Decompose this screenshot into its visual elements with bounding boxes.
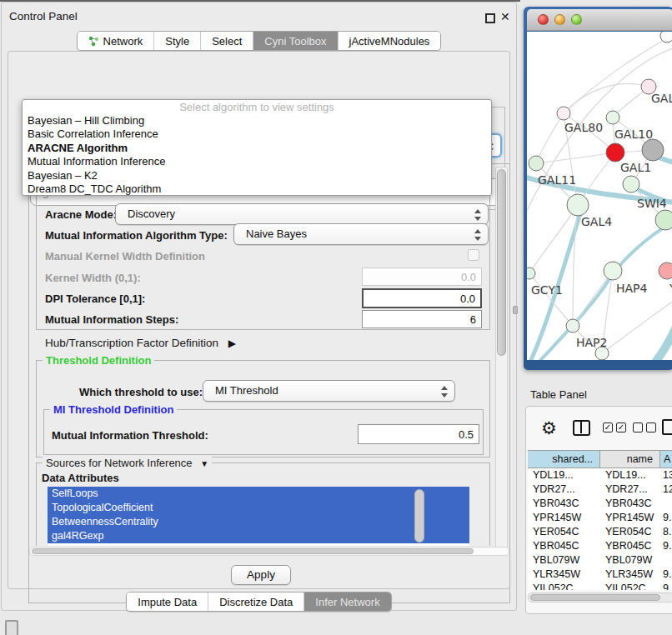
apply-button[interactable]: Apply	[231, 565, 291, 585]
table-cell[interactable]: 9.	[660, 511, 672, 525]
mi-algorithm-type-combobox[interactable]: Naive Bayes	[233, 223, 489, 245]
table-cell[interactable]: 9.	[660, 568, 672, 582]
table-cell[interactable]: YLR345W	[600, 568, 660, 582]
table-cell[interactable]: YBR043C	[528, 497, 600, 511]
table-hscroll-thumb[interactable]	[530, 594, 660, 601]
network-node[interactable]	[566, 319, 579, 332]
settings-vscroll-thumb[interactable]	[497, 169, 506, 356]
tab-network[interactable]: Network	[78, 32, 155, 50]
dropdown-item[interactable]: Bayesian – K2	[23, 169, 491, 182]
network-node[interactable]	[604, 262, 622, 280]
settings-vscroll-track[interactable]	[495, 167, 508, 552]
network-canvas[interactable]: GALGAL80GAL10GAL1GAL11GAL4SWI4GCY1HAP4YH…	[527, 32, 672, 360]
table-cell[interactable]: YLR345W	[528, 568, 600, 582]
kernel-width-field[interactable]	[362, 268, 482, 286]
table-row[interactable]: YPR145WYPR145W9.	[528, 511, 672, 525]
dropdown-item[interactable]: Dream8 DC_TDC Algorithm	[23, 182, 491, 196]
table-column-header[interactable]: shared...	[528, 451, 600, 468]
dropdown-item[interactable]: Mutual Information Inference	[23, 155, 491, 168]
manual-kernel-width-checkbox[interactable]	[468, 249, 479, 261]
network-window-titlebar[interactable]	[527, 9, 672, 31]
attribute-list-item[interactable]: TopologicalCoefficient	[48, 501, 469, 515]
network-edge-strong[interactable]	[642, 325, 672, 360]
table-cell[interactable]: YIL052C	[528, 582, 600, 590]
table-row[interactable]: YER054CYER054C8.	[528, 525, 672, 539]
network-node[interactable]	[527, 268, 535, 279]
table-cell[interactable]: 9.	[660, 539, 672, 553]
table-cell[interactable]: YBR043C	[600, 497, 660, 511]
table-cell[interactable]: YBL079W	[600, 553, 660, 568]
mi-steps-field[interactable]	[362, 310, 482, 328]
table-cell[interactable]: 9	[660, 582, 672, 590]
network-edge[interactable]	[564, 83, 649, 113]
table-cell[interactable]: 13	[660, 468, 672, 482]
zoom-traffic-light-icon[interactable]	[571, 14, 582, 25]
table-row[interactable]: YDL19...YDL19...13	[528, 468, 672, 482]
network-edge[interactable]	[602, 298, 672, 353]
attribute-list-item[interactable]: BetweennessCentrality	[48, 515, 469, 529]
tab-style[interactable]: Style	[154, 32, 201, 50]
collapse-down-icon[interactable]: ▼	[200, 459, 208, 468]
table-hscroll-track[interactable]	[528, 592, 672, 602]
tab-impute-data[interactable]: Impute Data	[127, 592, 208, 611]
network-node[interactable]	[660, 32, 672, 42]
network-edge[interactable]	[536, 113, 564, 163]
table-cell[interactable]: 12	[660, 482, 672, 497]
select-all-columns-icon[interactable]: ✓ ✓	[603, 422, 626, 432]
tab-discretize-data[interactable]: Discretize Data	[208, 592, 304, 611]
settings-hscroll-track[interactable]	[29, 547, 509, 556]
attributes-scrollbar-thumb[interactable]	[414, 489, 424, 542]
dropdown-item[interactable]: Bayesian – Hill Climbing	[23, 114, 491, 128]
table-cell[interactable]: YBR045C	[528, 539, 600, 553]
network-node[interactable]	[529, 156, 544, 171]
table-column-header[interactable]: A	[660, 451, 672, 468]
table-cell[interactable]: YDR27...	[600, 482, 660, 497]
network-node[interactable]	[557, 107, 570, 120]
network-node[interactable]	[606, 143, 624, 162]
table-cell[interactable]: YER054C	[528, 525, 600, 539]
aracne-mode-combobox[interactable]: Discovery	[115, 203, 489, 225]
attribute-list-item[interactable]: gal4RGexp	[48, 529, 469, 543]
network-edge[interactable]	[573, 271, 613, 326]
float-window-icon[interactable]	[485, 13, 495, 23]
close-traffic-light-icon[interactable]	[538, 14, 549, 25]
table-column-header[interactable]: name	[600, 451, 660, 468]
table-cell[interactable]: YDL19...	[600, 468, 660, 482]
network-edge[interactable]	[536, 152, 615, 163]
table-row[interactable]: YLR345WYLR345W9.	[528, 568, 672, 582]
table-cell[interactable]: YPR145W	[528, 511, 600, 525]
table-row[interactable]: YBR045CYBR045C9.	[528, 539, 672, 553]
table-cell[interactable]	[660, 553, 672, 568]
dropdown-item[interactable]: Basic Correlation Inference	[23, 128, 491, 141]
deselect-all-columns-icon[interactable]	[633, 422, 656, 432]
settings-hscroll-thumb[interactable]	[32, 548, 474, 554]
table-row[interactable]: YBR043CYBR043C	[528, 497, 672, 511]
dpi-tolerance-field[interactable]	[362, 288, 482, 308]
network-node[interactable]	[623, 176, 639, 192]
tab-cyni-toolbox[interactable]: Cyni Toolbox	[253, 32, 338, 50]
minimize-traffic-light-icon[interactable]	[554, 14, 565, 25]
table-cell[interactable]: 8.	[660, 525, 672, 539]
network-node[interactable]	[659, 262, 672, 279]
table-row[interactable]: YBL079WYBL079W	[528, 553, 672, 568]
network-node[interactable]	[642, 139, 664, 161]
table-cell[interactable]: YIL052C	[600, 582, 660, 590]
table-row[interactable]: YIL052CYIL052C9	[528, 582, 672, 590]
tab-jactivemnodules[interactable]: jActiveMNodules	[339, 32, 441, 50]
network-node[interactable]	[606, 111, 619, 124]
dropdown-item[interactable]: ARACNE Algorithm	[23, 142, 491, 155]
minimized-panel-icon[interactable]	[5, 620, 18, 635]
document-icon[interactable]	[662, 419, 672, 435]
network-edge[interactable]	[529, 273, 573, 326]
which-threshold-combobox[interactable]: MI Threshold	[203, 380, 455, 402]
splitter-grip[interactable]	[513, 306, 518, 314]
column-layout-icon[interactable]	[573, 420, 590, 436]
table-cell[interactable]: YDR27...	[528, 482, 600, 497]
network-node[interactable]	[655, 210, 672, 230]
expand-right-icon[interactable]: ▶	[228, 338, 236, 349]
sources-title[interactable]: Sources for Network Inference ▼	[43, 457, 212, 469]
hub-definition-label[interactable]: Hub/Transcription Factor Definition ▶	[45, 337, 236, 349]
table-cell[interactable]	[660, 497, 672, 511]
tab-infer-network[interactable]: Infer Network	[304, 592, 390, 611]
table-cell[interactable]: YDL19...	[528, 468, 600, 482]
